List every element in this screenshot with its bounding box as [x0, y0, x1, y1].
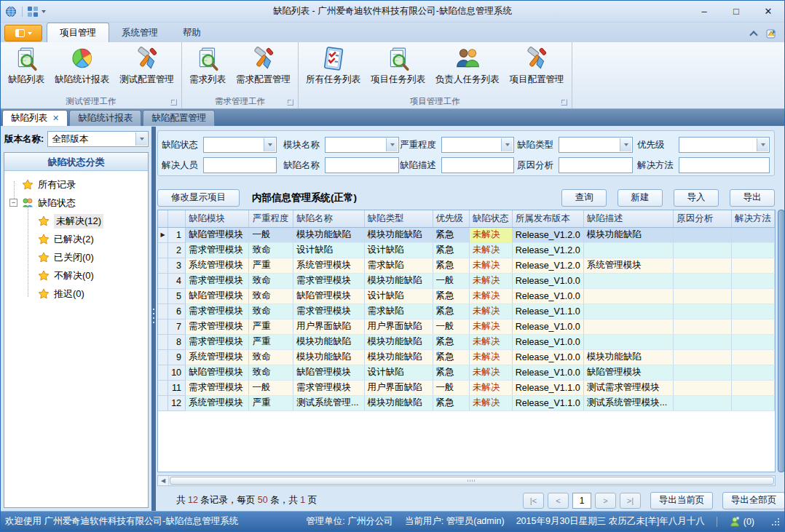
cell-cause[interactable]	[674, 380, 732, 395]
cell-name[interactable]: 需求管理模块	[293, 273, 365, 288]
column-header[interactable]: 优先级	[433, 210, 469, 227]
cell-version[interactable]: Release_V1.0.0	[512, 288, 583, 303]
cell-status[interactable]: 未解决	[469, 395, 512, 410]
ribbon-button[interactable]: 缺陷统计报表	[50, 44, 114, 87]
table-row[interactable]: 2需求管理模块致命设计缺陷设计缺陷紧急未解决Release_V1.2.0	[158, 242, 775, 258]
cell-type[interactable]: 模块功能缺陷	[364, 334, 433, 349]
cell-module[interactable]: 缺陷管理模块	[186, 288, 249, 303]
import-button[interactable]: 导入	[674, 189, 719, 207]
cell-cause[interactable]	[674, 273, 732, 288]
filter-combo[interactable]	[679, 137, 770, 153]
table-row[interactable]: 8需求管理模块严重模块功能缺陷模块功能缺陷紧急未解决Release_V1.0.0	[158, 334, 775, 349]
minimize-button[interactable]: –	[688, 1, 720, 22]
cell-desc[interactable]	[583, 242, 674, 258]
cell-status[interactable]: 未解决	[469, 303, 512, 319]
cell-cause[interactable]	[674, 288, 732, 303]
cell-severity[interactable]: 严重	[249, 319, 293, 334]
filter-combo[interactable]	[559, 137, 633, 153]
table-row[interactable]: 12系统管理模块严重测试系统管理...模块功能缺陷紧急未解决Release_V1…	[158, 395, 775, 410]
cell-cause[interactable]	[674, 319, 732, 334]
document-tab[interactable]: 缺陷配置管理	[143, 110, 215, 126]
cell-type[interactable]: 设计缺陷	[364, 288, 433, 303]
next-page-button[interactable]: >	[595, 493, 616, 509]
vertical-scrollbar-thumb[interactable]	[778, 210, 785, 472]
column-header[interactable]: 缺陷类型	[364, 210, 433, 227]
cell-type[interactable]: 设计缺陷	[364, 365, 433, 380]
cell-cause[interactable]	[674, 395, 732, 410]
modify-columns-button[interactable]: 修改显示项目	[157, 189, 240, 207]
ribbon-button[interactable]: 所有任务列表	[301, 44, 366, 87]
cell-priority[interactable]: 紧急	[433, 227, 469, 242]
cell-module[interactable]: 需求管理模块	[186, 319, 249, 334]
maximize-button[interactable]: □	[720, 1, 752, 22]
table-row[interactable]: 10缺陷管理模块致命缺陷管理模块设计缺陷紧急未解决Release_V1.0.0缺…	[158, 365, 775, 380]
column-header[interactable]: 严重程度	[249, 210, 293, 227]
filter-input[interactable]	[203, 157, 277, 173]
export-button[interactable]: 导出	[730, 189, 775, 207]
cell-version[interactable]: Release_V1.1.0	[512, 303, 583, 319]
cell-status[interactable]: 未解决	[469, 227, 512, 242]
column-header[interactable]: 缺陷模块	[186, 210, 249, 227]
cell-severity[interactable]: 严重	[249, 334, 293, 349]
cell-cause[interactable]	[674, 258, 732, 273]
scroll-left-arrow-icon[interactable]: ◀	[158, 476, 169, 485]
application-menu-button[interactable]	[4, 25, 42, 41]
cell-type[interactable]: 需求缺陷	[364, 303, 433, 319]
filter-combo[interactable]	[441, 137, 514, 153]
cell-module[interactable]: 需求管理模块	[186, 303, 249, 319]
cell-version[interactable]: Release_V1.0.0	[512, 334, 583, 349]
document-tab[interactable]: 缺陷列表✕	[2, 110, 68, 126]
cell-name[interactable]: 模块功能缺陷	[293, 227, 365, 242]
tree-item[interactable]: 已解决(2)	[4, 230, 148, 248]
cell-module[interactable]: 需求管理模块	[186, 242, 249, 258]
cell-version[interactable]: Release_V1.1.0	[512, 395, 583, 410]
cell-priority[interactable]: 紧急	[433, 334, 469, 349]
table-row[interactable]: 3系统管理模块严重系统管理模块需求缺陷紧急未解决Release_V1.2.0系统…	[158, 258, 775, 273]
cell-version[interactable]: Release_V1.0.0	[512, 349, 583, 365]
chevron-down-icon[interactable]	[620, 138, 631, 151]
filter-input[interactable]	[679, 157, 770, 173]
cell-cause[interactable]	[674, 242, 732, 258]
cell-status[interactable]: 未解决	[469, 273, 512, 288]
cell-module[interactable]: 缺陷管理模块	[186, 365, 249, 380]
column-header[interactable]: 缺陷名称	[293, 210, 365, 227]
cell-desc[interactable]: 缺陷管理模块	[583, 365, 674, 380]
cell-version[interactable]: Release_V1.1.0	[512, 380, 583, 395]
resize-grip[interactable]	[770, 517, 780, 526]
cell-desc[interactable]	[583, 273, 674, 288]
cell-solution[interactable]	[731, 319, 774, 334]
new-button[interactable]: 新建	[618, 189, 663, 207]
cell-solution[interactable]	[731, 395, 774, 410]
horizontal-scrollbar[interactable]: ◀	[157, 475, 776, 486]
cell-name[interactable]: 模块功能缺陷	[293, 334, 365, 349]
filter-input[interactable]	[441, 157, 514, 173]
cell-status[interactable]: 未解决	[469, 258, 512, 273]
version-combo[interactable]: 全部版本	[47, 131, 149, 147]
ribbon-button[interactable]: 项目任务列表	[366, 44, 430, 87]
cell-priority[interactable]: 紧急	[433, 349, 469, 365]
tree-item[interactable]: 所有记录	[4, 175, 148, 194]
cell-name[interactable]: 设计缺陷	[293, 242, 365, 258]
column-header[interactable]: 缺陷状态	[469, 210, 512, 227]
filter-combo[interactable]	[325, 137, 399, 153]
prev-page-button[interactable]: <	[548, 493, 569, 509]
column-header[interactable]: 缺陷描述	[583, 210, 674, 227]
cell-priority[interactable]: 一般	[433, 273, 469, 288]
cell-status[interactable]: 未解决	[469, 365, 512, 380]
cell-severity[interactable]: 致命	[249, 303, 293, 319]
tree-item[interactable]: 推迟(0)	[4, 285, 148, 303]
cell-solution[interactable]	[731, 349, 774, 365]
chevron-down-icon[interactable]	[501, 138, 513, 151]
table-row[interactable]: 9系统管理模块致命模块功能缺陷模块功能缺陷紧急未解决Release_V1.0.0…	[158, 349, 775, 365]
cell-name[interactable]: 模块功能缺陷	[293, 349, 365, 365]
table-row[interactable]: 5缺陷管理模块致命缺陷管理模块设计缺陷紧急未解决Release_V1.0.0	[158, 288, 775, 303]
cell-desc[interactable]: 系统管理模块	[583, 258, 674, 273]
cell-module[interactable]: 系统管理模块	[186, 349, 249, 365]
cell-module[interactable]: 需求管理模块	[186, 380, 249, 395]
cell-version[interactable]: Release_V1.0.0	[512, 319, 583, 334]
column-header[interactable]: 解决方法	[731, 210, 774, 227]
cell-priority[interactable]: 紧急	[433, 365, 469, 380]
cell-type[interactable]: 用户界面缺陷	[364, 319, 433, 334]
tree-item[interactable]: 不解决(0)	[4, 266, 148, 285]
cell-severity[interactable]: 一般	[249, 227, 293, 242]
